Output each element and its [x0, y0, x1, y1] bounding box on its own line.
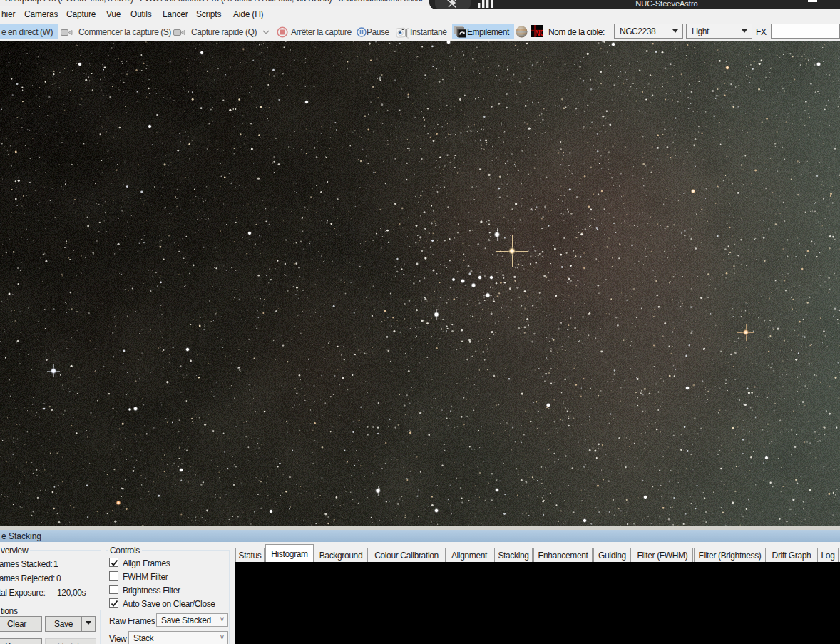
svg-text:NG: NG	[535, 29, 543, 37]
